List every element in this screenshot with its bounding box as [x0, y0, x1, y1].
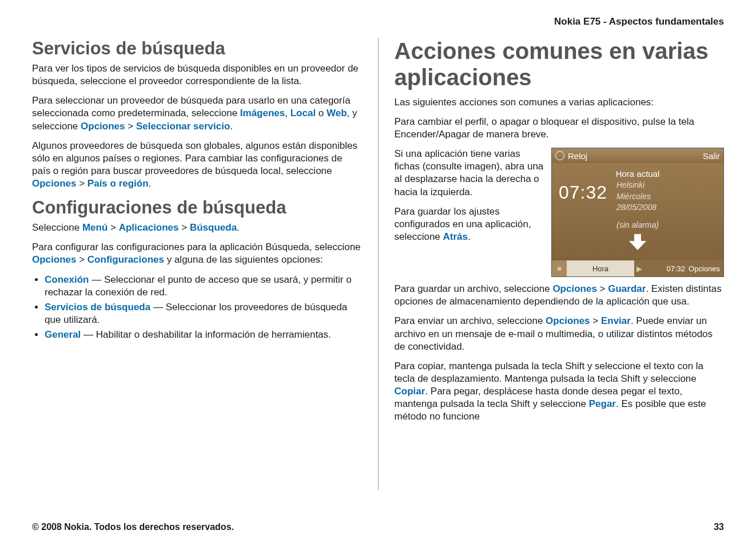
phone-tab-bar: ≡ Hora ▶ 07:32 Opciones: [552, 260, 723, 276]
phone-hora-actual: Hora actual: [559, 169, 717, 179]
link-aplicaciones: Aplicaciones: [119, 222, 179, 233]
link-pegar: Pegar: [589, 398, 616, 409]
link-menu: Menú: [82, 222, 108, 233]
page-number: 33: [714, 522, 724, 532]
paragraph: Para ver los tipos de servicios de búsqu…: [32, 62, 362, 88]
phone-time: 07:32: [559, 180, 607, 213]
list-icon: ≡: [552, 260, 567, 276]
paragraph: Para configurar las configuraciones para…: [32, 241, 362, 266]
link-opciones: Opciones: [32, 254, 76, 265]
term-general: General: [45, 329, 81, 340]
phone-exit-label: Salir: [703, 151, 720, 161]
phone-softkey-right: 07:32 Opciones: [644, 260, 723, 276]
heading-search-config: Configuraciones de búsqueda: [32, 197, 362, 218]
phone-titlebar: Reloj Salir: [552, 148, 723, 163]
page-footer: © 2008 Nokia. Todos los derechos reserva…: [32, 522, 724, 532]
link-opciones: Opciones: [32, 178, 76, 189]
link-guardar: Guardar: [608, 283, 646, 294]
list-item: Conexión — Seleccionar el punto de acces…: [45, 274, 362, 299]
term-conexion: Conexión: [45, 274, 89, 285]
paragraph: Para copiar, mantenga pulsada la tecla S…: [395, 360, 725, 423]
link-copiar: Copiar: [395, 386, 425, 397]
paragraph: Para cambiar el perfil, o apagar o bloqu…: [395, 116, 725, 141]
paragraph: Para guardar un archivo, seleccione Opci…: [395, 283, 725, 308]
link-enviar: Enviar: [601, 315, 631, 326]
paragraph: Algunos proveedores de búsqueda son glob…: [32, 140, 362, 190]
page-header: Nokia E75 - Aspectos fundamentales: [32, 16, 724, 27]
link-busqueda: Búsqueda: [190, 222, 237, 233]
arrow-down-icon: [629, 234, 646, 251]
clock-icon: [555, 151, 564, 160]
list-item: Servicios de búsqueda — Seleccionar los …: [45, 301, 362, 326]
left-column: Servicios de búsqueda Para ver los tipos…: [32, 38, 378, 490]
link-configuraciones: Configuraciones: [87, 254, 164, 265]
link-atras: Atrás: [443, 231, 468, 242]
link-opciones: Opciones: [546, 315, 590, 326]
phone-app-title: Reloj: [568, 151, 587, 161]
tab-hora: Hora: [567, 260, 634, 276]
copyright: © 2008 Nokia. Todos los derechos reserva…: [32, 522, 234, 532]
chevron-right-icon: ▶: [634, 260, 644, 276]
two-column-layout: Servicios de búsqueda Para ver los tipos…: [32, 38, 724, 490]
link-seleccionar-servicio: Seleccionar servicio: [136, 121, 230, 132]
link-opciones: Opciones: [552, 283, 596, 294]
paragraph: Para seleccionar un proveedor de búsqued…: [32, 94, 362, 132]
paragraph: Seleccione Menú > Aplicaciones > Búsqued…: [32, 221, 362, 234]
phone-screenshot: Reloj Salir Hora actual 07:32 Helsinki M…: [551, 148, 724, 277]
link-pais-region: País o región: [87, 178, 149, 189]
link-imagenes: Imágenes: [240, 108, 285, 118]
paragraph: Para enviar un archivo, seleccione Opcio…: [395, 315, 725, 353]
phone-alarm-status: (sin alarma): [559, 220, 717, 230]
link-local: Local: [291, 108, 316, 118]
bullet-list: Conexión — Seleccionar el punto de acces…: [32, 274, 362, 341]
right-column: Acciones comunes en varias aplicaciones …: [378, 38, 725, 490]
list-item: General — Habilitar o deshabilitar la in…: [45, 329, 362, 341]
term-servicios: Servicios de búsqueda: [45, 302, 150, 312]
link-opciones: Opciones: [81, 121, 125, 132]
phone-info: Helsinki Miércoles 28/05/2008: [616, 180, 656, 213]
heading-common-actions: Acciones comunes en varias aplicaciones: [395, 38, 725, 90]
link-web: Web: [327, 108, 347, 118]
paragraph: Las siguientes acciones son comunes a va…: [395, 96, 725, 109]
heading-search-services: Servicios de búsqueda: [32, 38, 362, 59]
